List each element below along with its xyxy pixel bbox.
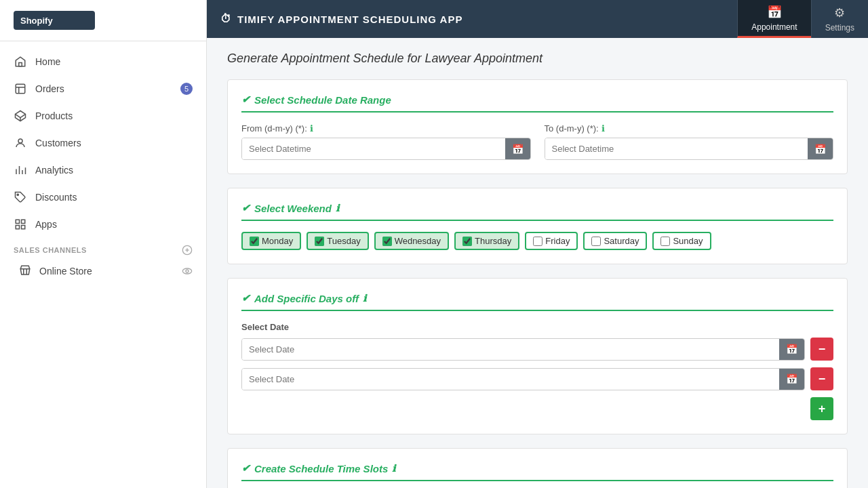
svg-point-19 [182, 268, 191, 274]
home-icon [14, 55, 27, 68]
wednesday-checkbox[interactable] [382, 237, 392, 246]
to-datetime-input[interactable] [545, 138, 808, 159]
date-range-section: ✔ Select Schedule Date Range From (d-m-y… [227, 79, 848, 174]
time-slots-title: Create Schedule Time Slots [254, 463, 388, 474]
sidebar-item-customers[interactable]: Customers [0, 129, 206, 157]
check-icon-date: ✔ [241, 94, 250, 106]
check-icon-weekend: ✔ [241, 202, 250, 214]
orders-icon [14, 82, 27, 96]
days-off-input-2[interactable] [242, 369, 779, 390]
days-off-row-1: 📅 − [241, 338, 833, 361]
to-datetime-input-wrapper: 📅 [545, 138, 834, 160]
svg-rect-15 [22, 226, 25, 229]
sidebar-item-apps[interactable]: Apps [0, 211, 206, 238]
add-channel-icon[interactable] [182, 245, 193, 256]
svg-point-20 [186, 270, 189, 272]
add-days-off-row-button[interactable]: + [810, 397, 833, 420]
monday-checkbox[interactable] [250, 237, 259, 246]
sidebar-item-products-label: Products [35, 110, 73, 121]
svg-point-11 [17, 194, 18, 195]
from-datetime-input[interactable] [242, 138, 505, 159]
tab-settings[interactable]: ⚙ Settings [811, 0, 868, 38]
tuesday-label: Tuesday [327, 236, 360, 246]
weekend-info-icon: ℹ [336, 203, 339, 214]
clock-icon: ⏱ [220, 13, 232, 25]
sidebar: Shopify Home Orders 5 Products [0, 0, 207, 488]
eye-icon[interactable] [182, 266, 193, 277]
days-off-input-1[interactable] [242, 339, 779, 360]
tuesday-checkbox[interactable] [315, 237, 324, 246]
remove-days-off-row-1-button[interactable]: − [810, 338, 833, 361]
weekend-days-row: Monday Tuesday Wednesday Thursday Friday [241, 232, 833, 250]
sidebar-item-home[interactable]: Home [0, 48, 206, 75]
store-icon [19, 264, 33, 278]
check-icon-days-off: ✔ [241, 292, 250, 304]
day-tuesday[interactable]: Tuesday [307, 232, 368, 250]
discounts-icon [14, 190, 27, 204]
sidebar-item-analytics[interactable]: Analytics [0, 157, 206, 184]
remove-days-off-row-2-button[interactable]: − [810, 367, 833, 390]
to-calendar-button[interactable]: 📅 [808, 138, 833, 159]
sidebar-item-analytics-label: Analytics [35, 165, 73, 176]
to-date-field: To (d-m-y) (*): ℹ 📅 [545, 123, 834, 160]
days-off-section: ✔ Add Specific Days off ℹ Select Date 📅 … [227, 278, 848, 434]
sunday-checkbox[interactable] [660, 237, 670, 246]
svg-text:Shopify: Shopify [20, 16, 53, 26]
days-off-input-1-wrapper: 📅 [241, 338, 805, 361]
topbar-title: ⏱ TIMIFY APPOINTMENT SCHEDULING APP [207, 13, 737, 25]
time-slots-info-icon: ℹ [392, 463, 395, 474]
days-off-cal-btn-1[interactable]: 📅 [779, 339, 804, 360]
sidebar-item-customers-label: Customers [35, 138, 81, 148]
check-icon-time-slots: ✔ [241, 462, 250, 474]
appointment-tab-label: Appointment [751, 22, 797, 32]
days-off-cal-btn-2[interactable]: 📅 [779, 369, 804, 390]
day-monday[interactable]: Monday [241, 232, 301, 250]
settings-tab-icon: ⚙ [834, 5, 845, 20]
from-calendar-button[interactable]: 📅 [505, 138, 530, 159]
thursday-label: Thursday [475, 236, 511, 246]
days-off-input-2-wrapper: 📅 [241, 368, 805, 390]
sidebar-item-products[interactable]: Products [0, 102, 206, 129]
sidebar-item-home-label: Home [35, 56, 60, 67]
sidebar-item-orders[interactable]: Orders 5 [0, 75, 206, 102]
thursday-checkbox[interactable] [462, 237, 472, 246]
time-slots-header: ✔ Create Schedule Time Slots ℹ [241, 462, 833, 481]
svg-rect-3 [16, 84, 25, 94]
to-date-label: To (d-m-y) (*): ℹ [545, 123, 834, 134]
svg-rect-2 [19, 63, 22, 66]
sales-channels-label: SALES CHANNELS [14, 246, 87, 254]
sidebar-item-orders-label: Orders [35, 83, 64, 94]
sidebar-item-discounts[interactable]: Discounts [0, 184, 206, 211]
topbar-tabs: 📅 Appointment ⚙ Settings [737, 0, 868, 38]
saturday-checkbox[interactable] [591, 237, 601, 246]
analytics-icon [14, 163, 27, 177]
main-content: ⏱ TIMIFY APPOINTMENT SCHEDULING APP 📅 Ap… [207, 0, 868, 488]
sidebar-navigation: Home Orders 5 Products Customers [0, 41, 206, 290]
time-slots-section: ✔ Create Schedule Time Slots ℹ From Time… [227, 448, 848, 488]
to-info-icon: ℹ [601, 123, 605, 134]
from-datetime-input-wrapper: 📅 [241, 138, 531, 160]
topbar: ⏱ TIMIFY APPOINTMENT SCHEDULING APP 📅 Ap… [207, 0, 868, 38]
weekend-section: ✔ Select Weekend ℹ Monday Tuesday Wednes… [227, 188, 848, 264]
friday-checkbox[interactable] [533, 237, 542, 246]
days-off-header: ✔ Add Specific Days off ℹ [241, 292, 833, 311]
svg-point-6 [18, 139, 22, 143]
products-icon [14, 109, 27, 123]
svg-rect-14 [16, 226, 19, 229]
online-store-label: Online Store [39, 266, 92, 277]
wednesday-label: Wednesday [395, 236, 441, 246]
saturday-label: Saturday [604, 236, 639, 246]
day-thursday[interactable]: Thursday [454, 232, 519, 250]
tab-appointment[interactable]: 📅 Appointment [737, 0, 810, 38]
app-title: TIMIFY APPOINTMENT SCHEDULING APP [237, 14, 462, 25]
sales-channels-section: SALES CHANNELS [0, 238, 206, 259]
days-off-row-2: 📅 − [241, 367, 833, 390]
day-friday[interactable]: Friday [525, 232, 578, 250]
day-sunday[interactable]: Sunday [652, 232, 711, 250]
from-date-label: From (d-m-y) (*): ℹ [241, 123, 531, 134]
sidebar-item-apps-label: Apps [35, 219, 57, 230]
day-saturday[interactable]: Saturday [583, 232, 647, 250]
date-range-title: Select Schedule Date Range [254, 94, 391, 106]
sidebar-item-online-store[interactable]: Online Store [0, 259, 206, 283]
day-wednesday[interactable]: Wednesday [374, 232, 449, 250]
